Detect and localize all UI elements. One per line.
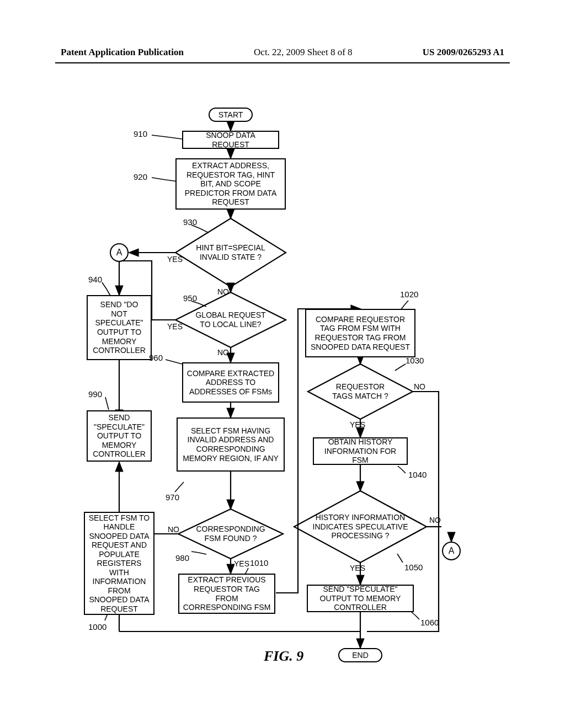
box-940-text: SEND "DO NOT SPECULATE" OUTPUT TO MEMORY… (91, 300, 147, 355)
ref-940: 940 (88, 275, 102, 284)
box-990: SEND "SPECULATE" OUTPUT TO MEMORY CONTRO… (87, 410, 152, 462)
ref-960: 960 (149, 353, 163, 362)
box-1060-text: SEND "SPECULATE" OUTPUT TO MEMORY CONTRO… (311, 585, 409, 612)
yes-950: YES (167, 322, 183, 331)
box-1010: EXTRACT PREVIOUS REQUESTOR TAG FROM CORR… (178, 574, 275, 614)
connector-a-right-text: A (449, 546, 455, 556)
no-980: NO (168, 525, 179, 534)
ref-1020: 1020 (400, 290, 418, 299)
svg-marker-4 (308, 364, 413, 419)
no-950: NO (217, 348, 229, 357)
svg-marker-5 (294, 491, 427, 563)
ref-1040: 1040 (408, 470, 427, 479)
connector-a-left-text: A (116, 248, 122, 258)
yes-1050: YES (350, 564, 365, 572)
yes-980: YES (234, 559, 249, 568)
box-990-text: SEND "SPECULATE" OUTPUT TO MEMORY CONTRO… (91, 413, 147, 459)
ref-1050: 1050 (404, 563, 423, 572)
box-1000-text: SELECT FSM TO HANDLE SNOOPED DATA REQUES… (88, 513, 150, 614)
figure-caption: FIG. 9 (264, 648, 303, 665)
svg-marker-3 (178, 509, 283, 559)
box-1020-text: COMPARE REQUESTOR TAG FROM FSM WITH REQU… (310, 315, 411, 351)
flowchart: START END A A SNOOP DATA REQUEST EXTRACT… (0, 0, 565, 728)
ref-990: 990 (88, 389, 102, 399)
ref-1030: 1030 (406, 356, 424, 365)
ref-1000: 1000 (88, 622, 106, 631)
box-1010-text: EXTRACT PREVIOUS REQUESTOR TAG FROM CORR… (183, 575, 271, 612)
ref-910: 910 (134, 129, 147, 138)
svg-marker-1 (175, 218, 286, 287)
yes-930: YES (167, 255, 183, 264)
ref-1060: 1060 (420, 618, 439, 627)
box-910: SNOOP DATA REQUEST (182, 131, 279, 149)
patent-figure-page: Patent Application Publication Oct. 22, … (0, 0, 565, 728)
no-930: NO (217, 287, 229, 296)
box-1040-text: OBTAIN HISTORY INFORMATION FOR FSM (317, 437, 403, 465)
box-910-text: SNOOP DATA REQUEST (186, 131, 275, 149)
box-960: COMPARE EXTRACTED ADDRESS TO ADDRESSES O… (182, 362, 279, 403)
connector-a-right: A (442, 542, 461, 560)
terminator-end: END (338, 648, 382, 662)
box-960-text: COMPARE EXTRACTED ADDRESS TO ADDRESSES O… (186, 369, 275, 397)
box-1040: OBTAIN HISTORY INFORMATION FOR FSM (313, 437, 408, 465)
box-970: SELECT FSM HAVING INVALID ADDRESS AND CO… (177, 417, 285, 472)
no-1030: NO (414, 382, 425, 391)
connector-a-left: A (110, 243, 129, 262)
box-1000: SELECT FSM TO HANDLE SNOOPED DATA REQUES… (84, 512, 154, 615)
box-1020: COMPARE REQUESTOR TAG FROM FSM WITH REQU… (305, 309, 415, 357)
ref-1010: 1010 (250, 558, 268, 568)
yes-1030: YES (350, 420, 365, 429)
ref-930: 930 (183, 217, 197, 227)
box-1060: SEND "SPECULATE" OUTPUT TO MEMORY CONTRO… (307, 585, 414, 612)
box-920-text: EXTRACT ADDRESS, REQUESTOR TAG, HINT BIT… (180, 161, 281, 207)
terminator-end-text: END (352, 651, 369, 660)
no-1050: NO (429, 516, 441, 524)
ref-980: 980 (175, 553, 189, 563)
box-940: SEND "DO NOT SPECULATE" OUTPUT TO MEMORY… (87, 295, 152, 360)
box-970-text: SELECT FSM HAVING INVALID ADDRESS AND CO… (181, 426, 280, 463)
ref-950: 950 (183, 293, 197, 303)
ref-970: 970 (166, 493, 179, 502)
terminator-start-text: START (218, 110, 243, 120)
flowchart-svg (0, 0, 565, 728)
box-920: EXTRACT ADDRESS, REQUESTOR TAG, HINT BIT… (175, 158, 286, 210)
terminator-start: START (209, 108, 253, 122)
ref-920: 920 (134, 172, 147, 181)
